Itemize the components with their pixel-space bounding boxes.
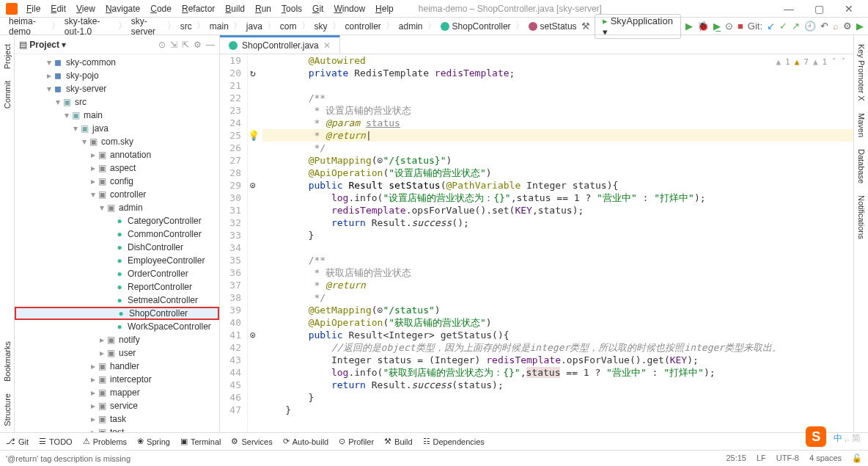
tool-profiler[interactable]: ⊙Profiler [339,437,374,446]
breadcrumb-seg[interactable]: heima-demo [4,15,51,38]
file-encoding[interactable]: UTF-8 [776,454,799,463]
project-view-selector[interactable]: ▤ Project ▾ [19,40,66,50]
code-editor[interactable]: 1920212223242526272829303132333435363738… [220,54,853,432]
tree-node[interactable]: ▸aspect [15,161,219,175]
settings-icon[interactable]: ⚙ [194,40,202,50]
tree-node[interactable]: CommonController [15,227,219,241]
tool-todo[interactable]: ☰TODO [39,437,73,446]
menu-run[interactable]: Run [251,2,276,15]
tree-node[interactable]: ▸test [15,426,219,432]
menu-build[interactable]: Build [221,2,249,15]
tool-notifications[interactable]: Notifications [857,189,866,245]
tree-node[interactable]: EmployeeController [15,254,219,267]
gutter-marks[interactable]: ↻ 💡 ⊙ ⊙ [248,54,258,432]
tree-node[interactable]: ▸service [15,399,219,412]
tool-database[interactable]: Database [857,143,866,189]
tree-node[interactable]: ▸handler [15,360,219,373]
tree-node[interactable]: ShopController [15,307,219,320]
indent-setting[interactable]: 4 spaces [809,454,842,463]
tree-node[interactable]: ▸task [15,412,219,426]
menu-file[interactable]: File [22,2,45,15]
tool-structure[interactable]: Structure [3,387,12,432]
tool-project[interactable]: Project [3,38,12,75]
menu-code[interactable]: Code [146,2,176,15]
git-rollback-icon[interactable]: ↶ [820,21,828,32]
collapse-all-icon[interactable]: ⇱ [182,40,189,50]
menu-tools[interactable]: Tools [277,2,306,15]
tool-spring[interactable]: ❀Spring [137,437,170,446]
tool-terminal[interactable]: ▣Terminal [180,437,221,446]
tool-bookmarks[interactable]: Bookmarks [3,335,12,387]
breadcrumb-seg[interactable]: com [276,20,301,33]
breadcrumb-seg[interactable]: main [205,20,233,33]
tool-maven[interactable]: Maven [857,107,866,143]
tree-node[interactable]: ▾src [15,95,219,109]
menu-window[interactable]: Window [329,2,369,15]
tool-services[interactable]: ⚙Services [231,437,272,446]
search-icon[interactable]: ⌕ [833,21,839,32]
profile-icon[interactable]: ⊙ [725,21,733,32]
breadcrumb-seg[interactable]: ShopController [436,20,515,33]
tree-node[interactable]: ▸notify [15,333,219,346]
tree-node[interactable]: ▾com.sky [15,135,219,148]
coverage-icon[interactable]: ▶̲ [713,21,721,32]
tree-node[interactable]: ▸sky-pojo [15,69,219,82]
tool-git[interactable]: ⎇Git [6,437,29,446]
tree-node[interactable]: ▾admin [15,201,219,214]
readonly-lock-icon[interactable]: 🔓 [852,454,862,463]
git-history-icon[interactable]: 🕘 [804,21,816,32]
project-tree[interactable]: ▾sky-common▸sky-pojo▾sky-server▾src▾main… [15,54,219,432]
settings-icon[interactable]: ⚙ [843,21,852,32]
git-update-icon[interactable]: ↙ [767,21,775,32]
tool-keypromoter[interactable]: Key Promoter X [857,38,866,107]
tree-node[interactable]: ▾sky-server [15,82,219,95]
inspection-summary[interactable]: ▲1 ▲7 ▲1 ˆ ˇ [776,56,846,68]
tree-node[interactable]: CategoryController [15,214,219,227]
tree-node[interactable]: WorkSpaceController [15,320,219,333]
tree-node[interactable]: DishController [15,241,219,254]
tree-node[interactable]: ▸interceptor [15,373,219,386]
breadcrumb-seg[interactable]: src [176,20,196,33]
hide-icon[interactable]: — [206,40,215,50]
tab-shopcontroller[interactable]: ShopController.java ✕ [220,35,340,54]
menu-help[interactable]: Help [371,2,398,15]
git-commit-icon[interactable]: ✓ [779,21,787,32]
tool-dependencies[interactable]: ☷Dependencies [423,437,485,446]
tree-node[interactable]: ▾controller [15,188,219,201]
expand-all-icon[interactable]: ⇲ [170,40,177,50]
tool-auto-build[interactable]: ⟳Auto-build [283,437,329,446]
tree-node[interactable]: ReportController [15,280,219,294]
tree-node[interactable]: ▸mapper [15,386,219,399]
tree-node[interactable]: OrderController [15,267,219,280]
menu-refactor[interactable]: Refactor [177,2,219,15]
menu-git[interactable]: Git [308,2,328,15]
breadcrumb-seg[interactable]: sky-take-out-1.0 [60,15,118,38]
git-push-icon[interactable]: ↗ [792,21,800,32]
tool-problems[interactable]: ⚠Problems [83,437,127,446]
tree-node[interactable]: ▾main [15,109,219,122]
select-opened-file-icon[interactable]: ⊙ [158,40,166,50]
tree-node[interactable]: ▸config [15,175,219,188]
tool-commit[interactable]: Commit [3,75,12,114]
cursor-position[interactable]: 25:15 [726,454,746,463]
breadcrumb-seg[interactable]: java [242,20,267,33]
line-separator[interactable]: LF [757,454,766,463]
debug-icon[interactable]: 🐞 [697,21,709,32]
tree-node[interactable]: SetmealController [15,294,219,307]
tree-node[interactable]: ▾java [15,122,219,135]
tool-build[interactable]: ⚒Build [384,437,412,446]
breadcrumb-seg[interactable]: setStatus [524,20,581,33]
menu-navigate[interactable]: Navigate [101,2,144,15]
breadcrumb-seg[interactable]: controller [341,20,386,33]
run-icon[interactable]: ▶ [685,21,693,32]
breadcrumb-seg[interactable]: sky [310,20,332,33]
menu-view[interactable]: View [72,2,100,15]
tree-node[interactable]: ▸user [15,346,219,360]
breadcrumb-seg[interactable]: admin [394,20,427,33]
hammer-icon[interactable] [581,21,590,32]
breadcrumb-seg[interactable]: sky-server [127,15,167,38]
stop-icon[interactable]: ■ [738,21,743,32]
menu-edit[interactable]: Edit [46,2,70,15]
tree-node[interactable]: ▾sky-common [15,56,219,69]
close-tab-icon[interactable]: ✕ [323,40,331,51]
